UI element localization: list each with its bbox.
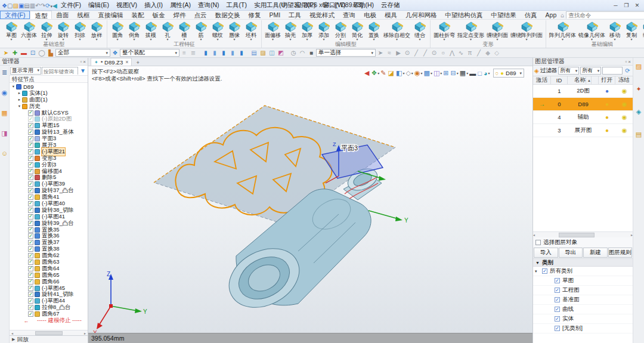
appearance-brush-icon[interactable]: ✎	[380, 69, 386, 77]
category-checkbox[interactable]	[555, 288, 560, 293]
part-state-4-icon[interactable]: ▮ ▾	[228, 49, 237, 57]
menu-item[interactable]: 插入(I)	[141, 1, 166, 10]
layer-visible-bulb-icon[interactable]: ●	[605, 88, 609, 94]
visibility-checkbox[interactable]	[28, 143, 33, 148]
visibility-checkbox[interactable]	[28, 253, 33, 258]
layer-row[interactable]: 1 2D图 ● ◉ 1	[533, 85, 633, 98]
ribbon-tab[interactable]: 查询	[339, 11, 360, 19]
spline-icon[interactable]: ∿ ▾	[457, 49, 465, 57]
command-search[interactable]: ⊙	[566, 11, 644, 18]
tab-close-icon[interactable]: ×	[125, 59, 128, 65]
visibility-checkbox[interactable]	[28, 169, 33, 174]
monitor-icon[interactable]: ◫ ▾	[268, 49, 276, 57]
panel-minimize-icon[interactable]: ▫	[625, 59, 627, 64]
tree-item[interactable]: ▾ D89	[10, 84, 88, 90]
ribbon-tab[interactable]: App	[541, 11, 561, 19]
ribbon-tool-button[interactable]: 旋转 ▾	[55, 21, 72, 41]
category-row[interactable]: 基准面	[533, 295, 633, 305]
ribbon-tab[interactable]: PMI	[265, 11, 284, 19]
document-tab[interactable]: ✦ * D89.Z3 ×	[91, 58, 132, 66]
face2-icon[interactable]: ◇ ▾	[493, 49, 501, 57]
ribbon-tool-button[interactable]: 缠绕到面 ▾	[485, 21, 509, 41]
ribbon-tab[interactable]: 中望结果	[487, 11, 521, 19]
surfaces-tab-icon[interactable]: ◈	[636, 108, 641, 115]
zoom-fit-icon[interactable]: ⊞	[443, 69, 449, 77]
pick-arrow-icon[interactable]: ➤ ▾	[376, 49, 385, 57]
scroll-left-icon[interactable]: ◂	[533, 233, 535, 237]
visibility-checkbox[interactable]	[28, 149, 33, 154]
scrollbar-thumb[interactable]	[35, 331, 63, 335]
edge-icon[interactable]: ╱ ▾	[475, 49, 483, 57]
circle-select-icon[interactable]: ◯ ▾	[38, 49, 46, 57]
playback-expand-icon[interactable]: ▶	[12, 337, 15, 342]
ribbon-tool-button[interactable]: 放样 ▾	[88, 21, 105, 41]
visibility-checkbox[interactable]	[28, 279, 33, 285]
layer-rules-button[interactable]: 图层规则	[608, 248, 633, 258]
ribbon-tool-button[interactable]: 草图 ▾	[3, 21, 20, 41]
remove-filter-icon[interactable]: ▬ ▾	[20, 49, 28, 57]
visibility-checkbox[interactable]	[28, 156, 33, 161]
app-logo-icon[interactable]: ❖	[2, 2, 7, 9]
visibility-checkbox[interactable]	[28, 136, 33, 141]
visibility-checkbox[interactable]	[28, 246, 33, 252]
part-state-1-icon[interactable]: ▮ ▾	[202, 49, 210, 57]
visibility-checkbox[interactable]	[28, 116, 33, 122]
reuse-library-tab-icon[interactable]: ▨	[636, 63, 642, 70]
ribbon-tab[interactable]: 修复	[244, 11, 265, 19]
scroll-right-icon[interactable]: ▸	[82, 331, 88, 335]
ribbon-tool-button[interactable]: 复制 ▾	[623, 21, 640, 41]
layer-horizontal-scrollbar[interactable]: ◂ ▸	[533, 231, 633, 237]
chain-pick-icon[interactable]: ≈ ▾	[385, 49, 394, 57]
undo-icon[interactable]: ↶	[35, 2, 40, 9]
ribbon-tab[interactable]: 线框	[73, 11, 94, 19]
menu-item[interactable]: 视图(V)	[113, 1, 141, 10]
new-layer-button[interactable]: 新建	[583, 248, 608, 258]
image-icon[interactable]: ▨ ▾	[259, 49, 267, 57]
visibility-checkbox[interactable]	[28, 227, 33, 233]
visibility-checkbox[interactable]	[28, 129, 33, 135]
ribbon-tool-button[interactable]: 倒角 ▾	[126, 21, 143, 41]
visualize-manager-tab-icon[interactable]: ▦	[1, 109, 7, 116]
stop-record-icon[interactable]: ■ ▾	[307, 49, 315, 57]
ribbon-tab[interactable]: 文件(F)	[0, 11, 30, 19]
print-preview-icon[interactable]: ▥	[30, 2, 35, 9]
view-orientation-icon[interactable]: ❖ ▾	[371, 69, 379, 77]
visibility-checkbox[interactable]	[28, 298, 33, 304]
ribbon-tool-button[interactable]: 扫掠 ▾	[72, 21, 88, 41]
filter-funnel-icon[interactable]: ▼	[79, 67, 87, 74]
layer-row[interactable]: 3 展开图 ● ◉ 1	[533, 124, 633, 137]
visibility-checkbox[interactable]	[28, 188, 33, 193]
history-manager-tab-icon[interactable]: ≣	[2, 69, 7, 76]
ribbon-tab[interactable]: 模具	[380, 11, 401, 19]
line-tool-icon[interactable]: ╱ ▾	[412, 49, 420, 57]
print-icon[interactable]: ▤	[24, 2, 29, 9]
ribbon-tool-button[interactable]: 缝合 ▾	[411, 21, 428, 41]
play-icon[interactable]: ▶ ▾	[394, 49, 402, 57]
restore-button[interactable]: ❐	[621, 2, 631, 8]
center-circle-icon[interactable]: ⊙ ▾	[430, 49, 438, 57]
ribbon-tab[interactable]: 曲面	[52, 11, 73, 19]
expand-arrow-icon[interactable]: ▾	[11, 84, 16, 89]
snap-point-icon[interactable]: ⊙ ▾	[403, 49, 411, 57]
face-icon[interactable]: ◆ ▾	[484, 49, 492, 57]
visibility-checkbox[interactable]	[28, 194, 33, 200]
layer-visible-bulb-icon[interactable]: ●	[605, 101, 609, 107]
lasso-icon[interactable]: ◠ ▾	[298, 49, 306, 57]
panel-close-icon[interactable]: ×	[83, 59, 86, 64]
select-layer-objects-row[interactable]: 选择图层对象	[533, 237, 633, 247]
part-state-5-icon[interactable]: ▮ ▾	[237, 49, 246, 57]
frame-icon[interactable]: □	[478, 70, 482, 77]
category-row[interactable]: [无类别]	[533, 324, 633, 333]
active-part-combo[interactable]: ○ ● D89 ▾	[493, 69, 524, 78]
ribbon-tool-button[interactable]: 筋 ▾	[193, 21, 209, 41]
ribbon-tab[interactable]: 工具	[284, 11, 305, 19]
align-horizontal-icon[interactable]: ≡ ▾	[180, 49, 188, 57]
visibility-checkbox[interactable]	[28, 259, 33, 265]
new-file-icon[interactable]: ▢	[7, 2, 13, 9]
ribbon-tool-button[interactable]: 六面体 ▾	[20, 21, 38, 41]
menu-item[interactable]: 查询(N)	[194, 1, 223, 10]
ribbon-tab[interactable]: 点云	[190, 11, 210, 19]
wireframe-mode-icon[interactable]: ◇ ▾	[405, 69, 413, 77]
assembly-manager-tab-icon[interactable]: ◉	[2, 89, 8, 96]
start-icon[interactable]: ◀	[52, 2, 57, 9]
